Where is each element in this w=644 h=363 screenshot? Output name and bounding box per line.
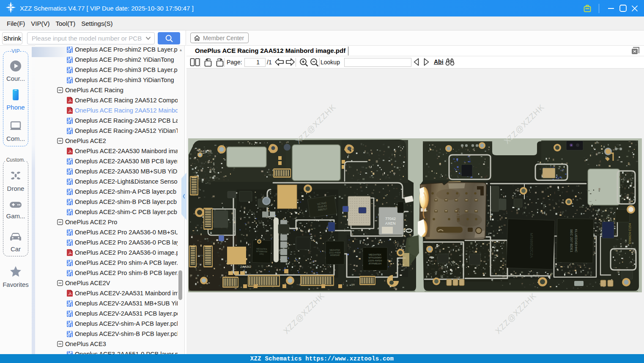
svg-text:BC411B: BC411B [456,208,460,222]
svg-text:2209-AMSH: 2209-AMSH [368,259,382,262]
svg-text:AXEN: AXEN [385,221,396,226]
svg-text:77042: 77042 [385,217,396,221]
svg-text:W6985AR: W6985AR [330,254,340,256]
svg-text:2251: 2251 [259,253,264,255]
svg-text:MT6190MV: MT6190MV [368,256,381,259]
svg-text:8TPMB164: 8TPMB164 [369,262,382,265]
svg-text:MT6895Z/CZA: MT6895Z/CZA [529,233,534,258]
svg-text:-0: -0 [242,269,245,273]
svg-text:E99824 C154: E99824 C154 [628,223,632,244]
svg-text:SEC 207 BDE1: SEC 207 BDE1 [570,229,573,253]
svg-text:2AA5I2: 2AA5I2 [240,265,252,269]
svg-text:KLUEDGEHHC: KLUEDGEHHC [574,229,578,253]
svg-text:MEDIATEK: MEDIATEK [369,253,381,256]
